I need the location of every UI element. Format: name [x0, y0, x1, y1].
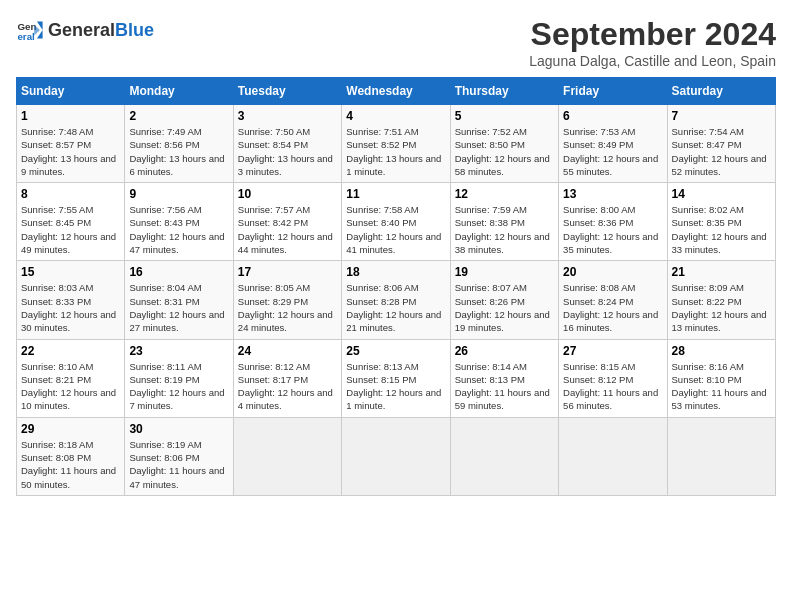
day-cell: 4 Sunrise: 7:51 AM Sunset: 8:52 PM Dayli… [342, 105, 450, 183]
day-number: 16 [129, 265, 228, 279]
week-row-2: 8 Sunrise: 7:55 AM Sunset: 8:45 PM Dayli… [17, 183, 776, 261]
day-cell: 27 Sunrise: 8:15 AM Sunset: 8:12 PM Dayl… [559, 339, 667, 417]
day-info: Sunrise: 7:51 AM Sunset: 8:52 PM Dayligh… [346, 125, 445, 178]
day-cell: 12 Sunrise: 7:59 AM Sunset: 8:38 PM Dayl… [450, 183, 558, 261]
day-number: 27 [563, 344, 662, 358]
day-cell: 3 Sunrise: 7:50 AM Sunset: 8:54 PM Dayli… [233, 105, 341, 183]
day-number: 17 [238, 265, 337, 279]
day-number: 11 [346, 187, 445, 201]
day-cell: 25 Sunrise: 8:13 AM Sunset: 8:15 PM Dayl… [342, 339, 450, 417]
day-info: Sunrise: 7:50 AM Sunset: 8:54 PM Dayligh… [238, 125, 337, 178]
logo-icon: Gen eral [16, 16, 44, 44]
day-number: 19 [455, 265, 554, 279]
day-number: 8 [21, 187, 120, 201]
col-sunday: Sunday [17, 78, 125, 105]
day-info: Sunrise: 7:52 AM Sunset: 8:50 PM Dayligh… [455, 125, 554, 178]
day-cell: 8 Sunrise: 7:55 AM Sunset: 8:45 PM Dayli… [17, 183, 125, 261]
day-info: Sunrise: 7:55 AM Sunset: 8:45 PM Dayligh… [21, 203, 120, 256]
day-info: Sunrise: 7:48 AM Sunset: 8:57 PM Dayligh… [21, 125, 120, 178]
logo-wordmark: GeneralBlue [48, 20, 154, 41]
day-number: 1 [21, 109, 120, 123]
day-info: Sunrise: 8:02 AM Sunset: 8:35 PM Dayligh… [672, 203, 771, 256]
page: Gen eral GeneralBlue September 2024 Lagu… [0, 0, 792, 512]
calendar-body: 1 Sunrise: 7:48 AM Sunset: 8:57 PM Dayli… [17, 105, 776, 496]
day-number: 22 [21, 344, 120, 358]
day-number: 30 [129, 422, 228, 436]
logo: Gen eral GeneralBlue [16, 16, 154, 44]
month-title: September 2024 [529, 16, 776, 53]
day-cell: 15 Sunrise: 8:03 AM Sunset: 8:33 PM Dayl… [17, 261, 125, 339]
day-info: Sunrise: 8:08 AM Sunset: 8:24 PM Dayligh… [563, 281, 662, 334]
day-cell: 30 Sunrise: 8:19 AM Sunset: 8:06 PM Dayl… [125, 417, 233, 495]
day-number: 9 [129, 187, 228, 201]
day-info: Sunrise: 8:14 AM Sunset: 8:13 PM Dayligh… [455, 360, 554, 413]
day-info: Sunrise: 8:00 AM Sunset: 8:36 PM Dayligh… [563, 203, 662, 256]
day-info: Sunrise: 7:49 AM Sunset: 8:56 PM Dayligh… [129, 125, 228, 178]
day-info: Sunrise: 7:54 AM Sunset: 8:47 PM Dayligh… [672, 125, 771, 178]
header-row: Sunday Monday Tuesday Wednesday Thursday… [17, 78, 776, 105]
day-number: 29 [21, 422, 120, 436]
day-cell: 28 Sunrise: 8:16 AM Sunset: 8:10 PM Dayl… [667, 339, 775, 417]
day-cell: 10 Sunrise: 7:57 AM Sunset: 8:42 PM Dayl… [233, 183, 341, 261]
svg-marker-3 [34, 24, 40, 35]
day-cell: 24 Sunrise: 8:12 AM Sunset: 8:17 PM Dayl… [233, 339, 341, 417]
day-info: Sunrise: 8:19 AM Sunset: 8:06 PM Dayligh… [129, 438, 228, 491]
day-info: Sunrise: 8:04 AM Sunset: 8:31 PM Dayligh… [129, 281, 228, 334]
week-row-5: 29 Sunrise: 8:18 AM Sunset: 8:08 PM Dayl… [17, 417, 776, 495]
day-number: 10 [238, 187, 337, 201]
day-info: Sunrise: 7:57 AM Sunset: 8:42 PM Dayligh… [238, 203, 337, 256]
day-number: 20 [563, 265, 662, 279]
day-number: 25 [346, 344, 445, 358]
day-cell: 16 Sunrise: 8:04 AM Sunset: 8:31 PM Dayl… [125, 261, 233, 339]
week-row-1: 1 Sunrise: 7:48 AM Sunset: 8:57 PM Dayli… [17, 105, 776, 183]
day-info: Sunrise: 7:53 AM Sunset: 8:49 PM Dayligh… [563, 125, 662, 178]
calendar-table: Sunday Monday Tuesday Wednesday Thursday… [16, 77, 776, 496]
day-number: 14 [672, 187, 771, 201]
day-number: 5 [455, 109, 554, 123]
day-cell [559, 417, 667, 495]
day-info: Sunrise: 7:58 AM Sunset: 8:40 PM Dayligh… [346, 203, 445, 256]
day-cell: 11 Sunrise: 7:58 AM Sunset: 8:40 PM Dayl… [342, 183, 450, 261]
day-number: 26 [455, 344, 554, 358]
day-number: 24 [238, 344, 337, 358]
day-info: Sunrise: 8:10 AM Sunset: 8:21 PM Dayligh… [21, 360, 120, 413]
day-cell [342, 417, 450, 495]
day-cell: 18 Sunrise: 8:06 AM Sunset: 8:28 PM Dayl… [342, 261, 450, 339]
week-row-4: 22 Sunrise: 8:10 AM Sunset: 8:21 PM Dayl… [17, 339, 776, 417]
col-friday: Friday [559, 78, 667, 105]
day-cell [233, 417, 341, 495]
logo-general: General [48, 20, 115, 40]
day-info: Sunrise: 8:06 AM Sunset: 8:28 PM Dayligh… [346, 281, 445, 334]
day-cell: 6 Sunrise: 7:53 AM Sunset: 8:49 PM Dayli… [559, 105, 667, 183]
day-cell: 13 Sunrise: 8:00 AM Sunset: 8:36 PM Dayl… [559, 183, 667, 261]
day-cell: 29 Sunrise: 8:18 AM Sunset: 8:08 PM Dayl… [17, 417, 125, 495]
day-cell: 26 Sunrise: 8:14 AM Sunset: 8:13 PM Dayl… [450, 339, 558, 417]
day-cell: 14 Sunrise: 8:02 AM Sunset: 8:35 PM Dayl… [667, 183, 775, 261]
day-info: Sunrise: 8:12 AM Sunset: 8:17 PM Dayligh… [238, 360, 337, 413]
day-info: Sunrise: 8:11 AM Sunset: 8:19 PM Dayligh… [129, 360, 228, 413]
day-info: Sunrise: 7:56 AM Sunset: 8:43 PM Dayligh… [129, 203, 228, 256]
day-info: Sunrise: 8:13 AM Sunset: 8:15 PM Dayligh… [346, 360, 445, 413]
day-info: Sunrise: 8:05 AM Sunset: 8:29 PM Dayligh… [238, 281, 337, 334]
col-saturday: Saturday [667, 78, 775, 105]
day-number: 23 [129, 344, 228, 358]
day-info: Sunrise: 8:15 AM Sunset: 8:12 PM Dayligh… [563, 360, 662, 413]
day-cell [450, 417, 558, 495]
header: Gen eral GeneralBlue September 2024 Lagu… [16, 16, 776, 69]
day-number: 15 [21, 265, 120, 279]
day-cell: 7 Sunrise: 7:54 AM Sunset: 8:47 PM Dayli… [667, 105, 775, 183]
day-cell: 2 Sunrise: 7:49 AM Sunset: 8:56 PM Dayli… [125, 105, 233, 183]
day-cell: 19 Sunrise: 8:07 AM Sunset: 8:26 PM Dayl… [450, 261, 558, 339]
day-number: 3 [238, 109, 337, 123]
day-cell [667, 417, 775, 495]
location-title: Laguna Dalga, Castille and Leon, Spain [529, 53, 776, 69]
day-info: Sunrise: 8:09 AM Sunset: 8:22 PM Dayligh… [672, 281, 771, 334]
col-wednesday: Wednesday [342, 78, 450, 105]
day-cell: 9 Sunrise: 7:56 AM Sunset: 8:43 PM Dayli… [125, 183, 233, 261]
logo-blue: Blue [115, 20, 154, 40]
day-info: Sunrise: 8:03 AM Sunset: 8:33 PM Dayligh… [21, 281, 120, 334]
day-info: Sunrise: 8:18 AM Sunset: 8:08 PM Dayligh… [21, 438, 120, 491]
week-row-3: 15 Sunrise: 8:03 AM Sunset: 8:33 PM Dayl… [17, 261, 776, 339]
day-number: 12 [455, 187, 554, 201]
day-info: Sunrise: 8:07 AM Sunset: 8:26 PM Dayligh… [455, 281, 554, 334]
